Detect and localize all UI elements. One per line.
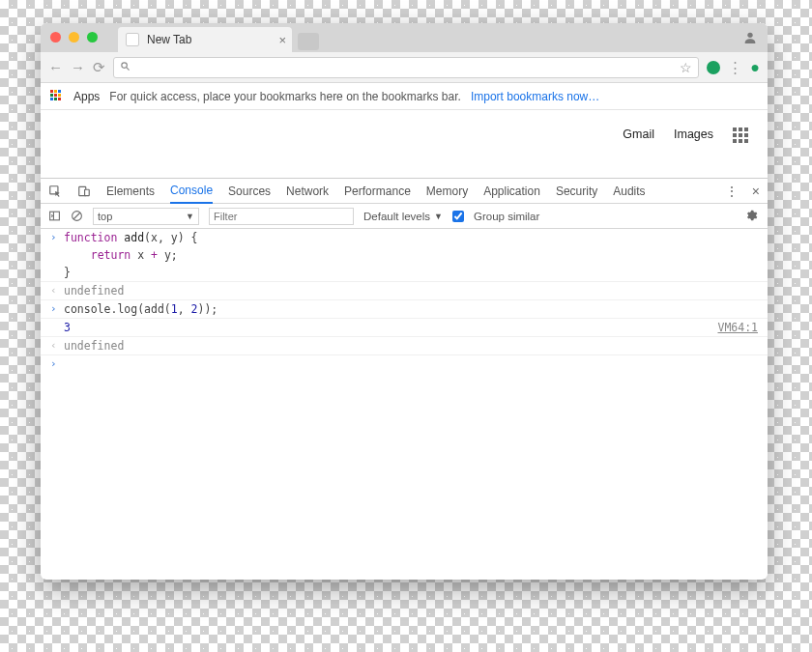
bookmarks-bar: Apps For quick access, place your bookma… [41, 83, 768, 110]
filter-input[interactable] [209, 208, 354, 225]
images-link[interactable]: Images [674, 128, 713, 141]
return-value: undefined [64, 339, 124, 353]
chevron-down-icon: ▼ [186, 212, 194, 221]
bookmark-star-icon[interactable]: ☆ [680, 60, 692, 75]
prompt-icon: › [50, 357, 64, 370]
code-line: function add(x, y) { [64, 231, 198, 244]
minimize-window-button[interactable] [69, 32, 79, 43]
console-input-row: › function add(x, y) { [41, 229, 768, 246]
tab-memory[interactable]: Memory [426, 184, 468, 198]
devtools-tab-bar: Elements Console Sources Network Perform… [41, 179, 768, 204]
console-input-row: › console.log(add(1, 2)); [41, 300, 768, 319]
close-tab-button[interactable]: × [278, 33, 286, 47]
prompt-icon: › [50, 231, 64, 243]
omnibox[interactable]: ☆ [113, 57, 699, 78]
code-line: } [64, 266, 71, 279]
browser-tab[interactable]: New Tab × [118, 27, 292, 52]
tab-title: New Tab [147, 33, 191, 46]
extension-icon-2[interactable]: ● [750, 59, 760, 76]
extensions-menu-icon[interactable]: ⋮ [728, 59, 742, 76]
console-sidebar-toggle-icon[interactable] [48, 210, 61, 222]
group-similar-checkbox[interactable] [452, 211, 464, 222]
chevron-down-icon: ▼ [434, 212, 443, 221]
devtools-menu-icon[interactable]: ⋮ [725, 184, 739, 199]
gmail-link[interactable]: Gmail [623, 128, 654, 141]
return-icon: ‹ [50, 284, 64, 297]
svg-line-9 [73, 213, 80, 219]
return-icon: ‹ [50, 339, 64, 352]
devtools-panel: Elements Console Sources Network Perform… [41, 178, 768, 580]
close-window-button[interactable] [50, 32, 61, 43]
svg-point-1 [122, 62, 127, 68]
context-select[interactable]: top ▼ [93, 208, 199, 225]
svg-rect-6 [50, 212, 60, 220]
prompt-icon: › [50, 302, 64, 315]
inspect-element-icon[interactable] [48, 184, 62, 198]
bookmark-hint: For quick access, place your bookmarks h… [109, 90, 461, 103]
google-apps-icon[interactable] [733, 128, 748, 143]
code-line: return x + y; [64, 248, 178, 262]
forward-button[interactable]: → [71, 59, 85, 75]
address-bar-row: ← → ⟳ ☆ ⋮ ● [41, 52, 768, 83]
tab-application[interactable]: Application [483, 184, 540, 198]
log-output: 3 [64, 321, 71, 334]
new-tab-button[interactable] [298, 33, 319, 50]
source-link[interactable]: VM64:1 [717, 321, 758, 334]
tab-security[interactable]: Security [556, 184, 597, 198]
tab-audits[interactable]: Audits [613, 184, 645, 198]
tab-sources[interactable]: Sources [228, 184, 271, 198]
reload-button[interactable]: ⟳ [93, 59, 105, 76]
browser-window: New Tab × ← → ⟳ ☆ ⋮ ● Apps For quick acc… [41, 23, 768, 580]
tab-performance[interactable]: Performance [344, 184, 411, 198]
search-icon [120, 61, 130, 74]
console-return-row: ‹ undefined [41, 282, 768, 300]
console-log-row: 3 VM64:1 [41, 319, 768, 337]
apps-icon[interactable] [50, 90, 64, 103]
clear-console-icon[interactable] [71, 210, 83, 222]
new-tab-page: Gmail Images [41, 110, 768, 178]
svg-line-2 [127, 67, 130, 70]
code-line: console.log(add(1, 2)); [64, 302, 218, 316]
import-bookmarks-link[interactable]: Import bookmarks now… [471, 90, 599, 103]
device-toolbar-icon[interactable] [77, 184, 91, 198]
console-prompt-row[interactable]: › [41, 355, 768, 372]
return-value: undefined [64, 284, 124, 298]
extension-icon-1[interactable] [707, 61, 720, 74]
context-select-value: top [98, 211, 112, 222]
console-input-row: } [41, 264, 768, 282]
profile-icon[interactable] [742, 30, 758, 49]
tab-elements[interactable]: Elements [106, 184, 155, 198]
log-levels-label: Default levels [363, 211, 430, 222]
console-output: › function add(x, y) { return x + y; } ‹… [41, 229, 768, 580]
back-button[interactable]: ← [48, 59, 63, 75]
fullscreen-window-button[interactable] [87, 32, 98, 43]
devtools-close-icon[interactable]: × [752, 184, 760, 199]
favicon-icon [126, 33, 139, 46]
tab-console[interactable]: Console [170, 184, 213, 204]
tab-strip: New Tab × [41, 23, 768, 52]
console-toolbar: top ▼ Default levels ▼ Group similar [41, 204, 768, 229]
group-similar-label: Group similar [474, 211, 539, 222]
log-levels-select[interactable]: Default levels ▼ [363, 211, 443, 222]
svg-point-0 [747, 33, 752, 38]
apps-label[interactable]: Apps [73, 90, 100, 103]
console-settings-icon[interactable] [744, 209, 758, 224]
window-controls [50, 32, 98, 43]
console-return-row: ‹ undefined [41, 337, 768, 355]
svg-rect-5 [85, 189, 90, 195]
tab-network[interactable]: Network [286, 184, 329, 198]
console-input-row: return x + y; [41, 246, 768, 264]
